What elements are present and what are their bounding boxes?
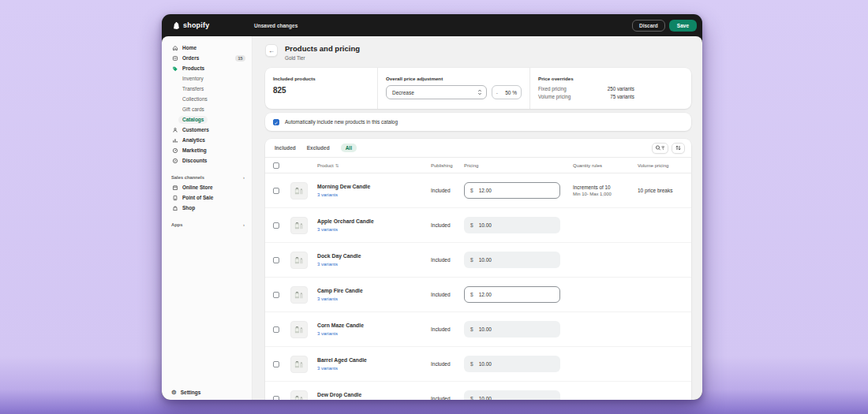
product-thumbnail	[290, 252, 308, 269]
table-row: Barrel Aged Candle 3 variants Included $…	[265, 347, 691, 382]
tab-excluded[interactable]: Excluded	[307, 145, 330, 151]
sidebar-item-collections[interactable]: Collections	[162, 94, 252, 104]
sidebar-item-discounts[interactable]: Discounts	[162, 155, 252, 166]
sidebar-item-settings[interactable]: ⚙ Settings	[162, 390, 252, 396]
product-name: Barrel Aged Candle	[317, 357, 431, 364]
product-variants-link[interactable]: 3 variants	[317, 192, 431, 197]
publishing-status: Included	[431, 396, 464, 400]
currency-symbol: $	[470, 222, 473, 228]
sort-indicator-icon: ⇅	[335, 163, 339, 168]
price-overrides-label: Price overrides	[538, 76, 683, 81]
sidebar-item-analytics[interactable]: Analytics	[162, 135, 252, 145]
table-row: Morning Dew Candle 3 variants Included $…	[265, 173, 691, 208]
price-value: 12.00	[479, 188, 492, 193]
price-input[interactable]: $ 10.00	[464, 321, 560, 338]
price-input[interactable]: $ 10.00	[464, 390, 560, 400]
tab-all[interactable]: All	[341, 144, 357, 152]
volume-pricing-value: 10 price breaks	[638, 188, 691, 193]
shop-bag-icon	[171, 205, 178, 211]
product-thumbnail	[290, 182, 308, 200]
publishing-status: Included	[431, 257, 464, 263]
sidebar-item-transfers[interactable]: Transfers	[162, 84, 252, 94]
product-variants-link[interactable]: 3 variants	[317, 262, 431, 267]
table-row: Dew Drop Candle 3 variants Included $ 10…	[265, 382, 691, 400]
sidebar: Home Orders 15 Products Inventory Transf…	[162, 36, 253, 400]
shopify-wordmark: shopify	[183, 21, 209, 29]
search-filter-button[interactable]	[652, 143, 668, 154]
top-bar: shopify Unsaved changes Discard Save	[162, 14, 702, 36]
row-checkbox[interactable]	[273, 292, 279, 298]
product-variants-link[interactable]: 3 variants	[317, 366, 431, 371]
back-arrow-icon: ←	[268, 47, 275, 54]
page-header: ← Products and pricing Gold Tier	[265, 44, 690, 61]
sidebar-item-products[interactable]: Products	[162, 63, 252, 73]
price-adjustment-percent-input[interactable]: - 50 %	[492, 85, 522, 99]
back-button[interactable]: ←	[265, 44, 278, 57]
price-value: 10.00	[479, 326, 492, 332]
row-checkbox[interactable]	[273, 257, 279, 263]
products-table-card: Included Excluded All Pro	[265, 139, 691, 400]
sidebar-item-home[interactable]: Home	[162, 43, 252, 53]
product-variants-link[interactable]: 3 variants	[317, 297, 431, 301]
auto-include-checkbox[interactable]: ✓	[273, 119, 279, 125]
row-checkbox[interactable]	[273, 361, 279, 367]
price-input[interactable]: $ 12.00	[464, 286, 560, 303]
row-checkbox[interactable]	[273, 222, 279, 229]
marketing-icon	[171, 147, 178, 154]
save-button[interactable]: Save	[669, 20, 697, 32]
chevron-right-icon: ›	[243, 175, 245, 180]
select-all-checkbox[interactable]	[273, 162, 279, 169]
table-row: Dock Day Candle 3 variants Included $ 10…	[265, 243, 691, 278]
price-input[interactable]: $ 12.00	[464, 182, 560, 199]
price-input[interactable]: $ 10.00	[464, 252, 560, 268]
discard-button[interactable]: Discard	[632, 20, 665, 32]
sort-button[interactable]	[672, 143, 685, 154]
row-checkbox[interactable]	[273, 326, 279, 333]
row-checkbox[interactable]	[273, 188, 279, 194]
publishing-status: Included	[431, 292, 464, 297]
product-name: Morning Dew Candle	[317, 184, 431, 191]
auto-include-label: Automatically include new products in th…	[285, 119, 398, 125]
price-input[interactable]: $ 10.00	[464, 217, 560, 233]
publishing-status: Included	[431, 361, 464, 367]
row-checkbox[interactable]	[273, 396, 279, 400]
sidebar-item-inventory[interactable]: Inventory	[162, 73, 252, 84]
column-product[interactable]: Product⇅	[317, 163, 431, 168]
sidebar-item-gift-cards[interactable]: Gift cards	[162, 104, 252, 114]
auto-include-card: ✓ Automatically include new products in …	[265, 113, 691, 131]
discounts-icon	[171, 158, 178, 164]
price-value: 10.00	[479, 396, 492, 400]
point-of-sale-icon	[171, 195, 178, 201]
sidebar-item-online-store[interactable]: Online Store	[162, 182, 252, 192]
currency-symbol: $	[470, 188, 473, 193]
table-header-row: Product⇅ Publishing Pricing Quantity rul…	[265, 158, 691, 173]
product-name: Apple Orchard Candle	[317, 218, 431, 226]
product-thumbnail	[290, 390, 308, 400]
currency-symbol: $	[470, 396, 473, 400]
sidebar-item-point-of-sale[interactable]: Point of Sale	[162, 192, 252, 203]
sales-channels-section[interactable]: Sales channels ›	[162, 173, 252, 182]
product-variants-link[interactable]: 3 variants	[317, 331, 431, 336]
page-title: Products and pricing	[285, 44, 360, 53]
price-adjustment-select[interactable]: Decrease	[386, 85, 487, 99]
price-input[interactable]: $ 10.00	[464, 356, 560, 372]
column-pricing: Pricing	[464, 163, 573, 168]
shopify-logo[interactable]: shopify	[172, 21, 254, 30]
included-products-label: Included products	[273, 76, 369, 81]
orders-icon	[171, 55, 178, 62]
tab-included[interactable]: Included	[275, 145, 296, 151]
sidebar-item-shop[interactable]: Shop	[162, 203, 252, 213]
sidebar-item-marketing[interactable]: Marketing	[162, 145, 252, 155]
apps-section[interactable]: Apps ›	[162, 220, 252, 229]
table-row: Corn Maze Candle 3 variants Included $ 1…	[265, 312, 691, 347]
price-value: 10.00	[479, 361, 492, 367]
product-variants-link[interactable]: 3 variants	[317, 227, 431, 232]
product-name: Dock Day Candle	[317, 253, 431, 260]
table-tabs: Included Excluded All	[265, 139, 691, 158]
shopify-admin-window: shopify Unsaved changes Discard Save Hom…	[162, 14, 702, 400]
sidebar-item-orders[interactable]: Orders 15	[162, 53, 252, 63]
sidebar-item-customers[interactable]: Customers	[162, 125, 252, 135]
chevron-right-icon: ›	[243, 222, 245, 227]
main-content: ← Products and pricing Gold Tier Include…	[253, 36, 702, 400]
sidebar-item-catalogs[interactable]: Catalogs	[162, 114, 252, 125]
